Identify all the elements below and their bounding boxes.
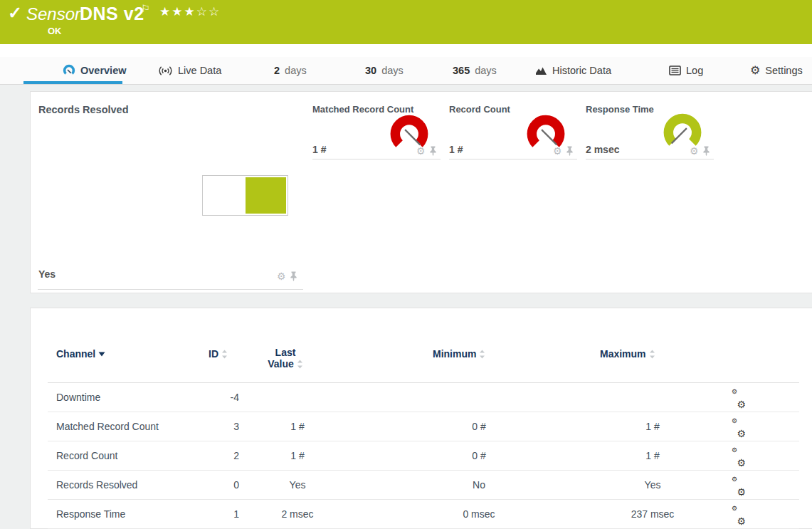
- records-resolved-chart: [202, 175, 288, 216]
- tab-historic-data[interactable]: Historic Data: [535, 57, 611, 84]
- cell-channel: Records Resolved: [56, 471, 137, 499]
- gauge-underline: [449, 159, 577, 159]
- cell-maximum: 237 msec: [603, 500, 702, 528]
- pin-icon[interactable]: [290, 271, 297, 281]
- cell-maximum: Yes: [603, 471, 702, 499]
- cell-id: 3: [204, 412, 239, 441]
- channel-table-panel: Channel ID Last Value Minimum: [30, 308, 812, 529]
- tab-label: Settings: [765, 65, 802, 76]
- gear-icon[interactable]: ⚙: [690, 146, 699, 156]
- channel-settings-button[interactable]: ⚙⚙: [729, 500, 748, 528]
- sensor-header: ✓ Sensor DNS v2 ⚐ ★★★☆☆ OK: [0, 0, 812, 44]
- double-gear-icon: ⚙⚙: [732, 420, 746, 434]
- pin-icon[interactable]: [566, 146, 574, 156]
- tab-bar: Overview Live Data 2days 30days 365days …: [0, 57, 812, 85]
- pin-icon[interactable]: [702, 146, 710, 156]
- cell-minimum: 0 #: [429, 412, 529, 441]
- double-gear-icon: ⚙⚙: [732, 508, 746, 521]
- chart-green-segment: [246, 177, 286, 214]
- gauge-icon: [63, 64, 75, 77]
- broadcast-icon: [158, 66, 173, 76]
- gear-icon[interactable]: ⚙: [553, 146, 562, 156]
- cell-id: -4: [204, 383, 239, 412]
- table-row[interactable]: Records Resolved 0 Yes No Yes ⚙⚙: [48, 471, 799, 500]
- gear-icon[interactable]: ⚙: [416, 146, 426, 156]
- gauge-title: Record Count: [449, 104, 510, 115]
- sensor-title: DNS v2: [80, 4, 144, 24]
- double-gear-icon: ⚙⚙: [732, 391, 746, 404]
- table-row[interactable]: Record Count 2 1 # 0 # 1 # ⚙⚙: [48, 441, 799, 471]
- table-row[interactable]: Downtime -4 ⚙⚙: [48, 383, 799, 412]
- flag-icon[interactable]: ⚐: [141, 3, 150, 14]
- prtg-sensor-page: ✓ Sensor DNS v2 ⚐ ★★★☆☆ OK Overview Live…: [0, 0, 812, 529]
- widget-value: Yes: [38, 268, 56, 280]
- cell-last-value: 1 #: [248, 441, 347, 470]
- gear-icon[interactable]: ⚙: [277, 271, 286, 281]
- cell-maximum: 1 #: [603, 441, 702, 470]
- area-chart-icon: [535, 66, 547, 75]
- tab-log[interactable]: Log: [669, 57, 703, 84]
- gauge-value: 1 #: [449, 144, 463, 155]
- widget-underline: [38, 289, 303, 290]
- channel-rows: Downtime -4 ⚙⚙ Matched Record Count 3 1 …: [31, 308, 812, 528]
- tab-settings[interactable]: ⚙ Settings: [750, 57, 803, 84]
- status-ok-icon: ✓: [8, 3, 22, 23]
- widget-title: Records Resolved: [38, 104, 129, 115]
- tab-label: Log: [686, 65, 703, 76]
- double-gear-icon: ⚙⚙: [732, 449, 746, 463]
- gauge-value: 2 msec: [586, 144, 619, 155]
- cell-minimum: No: [429, 471, 529, 499]
- table-row[interactable]: Response Time 1 2 msec 0 msec 237 msec ⚙…: [48, 500, 799, 529]
- sensor-type-label: Sensor: [26, 4, 80, 24]
- tab-label: Historic Data: [552, 65, 611, 76]
- tab-365-days[interactable]: 365days: [453, 57, 497, 84]
- gear-icon: ⚙: [750, 65, 760, 76]
- cell-maximum: 1 #: [603, 412, 702, 441]
- double-gear-icon: ⚙⚙: [732, 478, 746, 492]
- tab-label: Live Data: [178, 65, 221, 76]
- gauge-title: Response Time: [586, 104, 654, 115]
- cell-minimum: 0 #: [429, 441, 529, 470]
- overview-panel: Records Resolved Yes ⚙ Matched Record Co…: [30, 91, 812, 293]
- cell-channel: Response Time: [56, 500, 125, 528]
- cell-channel: Matched Record Count: [56, 412, 159, 441]
- table-row[interactable]: Matched Record Count 3 1 # 0 # 1 # ⚙⚙: [48, 412, 799, 441]
- gauge-underline: [586, 159, 714, 159]
- gauge-value: 1 #: [312, 144, 326, 155]
- tab-live-data[interactable]: Live Data: [158, 57, 221, 84]
- cell-minimum: 0 msec: [429, 500, 529, 528]
- cell-id: 1: [204, 500, 239, 528]
- tab-2-days[interactable]: 2days: [274, 57, 307, 84]
- priority-stars[interactable]: ★★★☆☆: [159, 4, 221, 19]
- cell-last-value: Yes: [248, 471, 347, 499]
- tab-overview[interactable]: Overview: [63, 57, 127, 84]
- tab-30-days[interactable]: 30days: [365, 57, 404, 84]
- active-tab-indicator: [23, 81, 122, 84]
- cell-id: 0: [204, 471, 239, 499]
- gauge-underline: [312, 159, 441, 159]
- cell-last-value: 2 msec: [248, 500, 347, 528]
- cell-last-value: 1 #: [248, 412, 347, 441]
- cell-id: 2: [204, 441, 239, 470]
- cell-channel: Record Count: [56, 441, 117, 470]
- pin-icon[interactable]: [429, 146, 437, 156]
- tab-label: Overview: [80, 65, 127, 76]
- log-icon: [669, 66, 681, 75]
- status-badge: OK: [48, 26, 62, 36]
- cell-channel: Downtime: [56, 383, 100, 412]
